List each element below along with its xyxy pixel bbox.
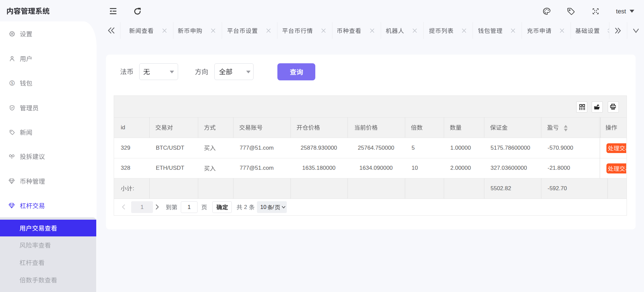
svg-text:$: $ <box>11 81 13 85</box>
